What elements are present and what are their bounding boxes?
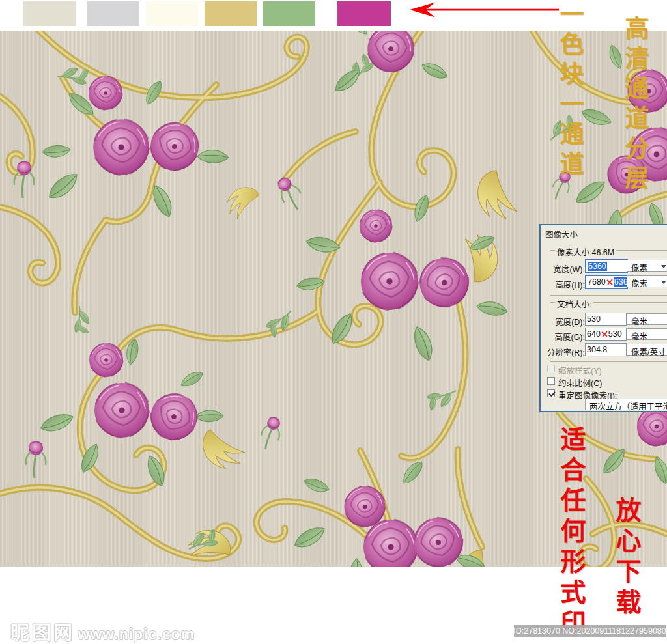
resolution-input[interactable]: 304.8 [585, 343, 627, 356]
image-id-badge: ID:27813070 NO:20200911181227959080 [514, 625, 666, 637]
doc-width-value: 530 [587, 315, 601, 324]
doc-width-input[interactable]: 530 [585, 313, 627, 326]
resolution-value: 304.8 [587, 345, 607, 354]
site-url: www.nipic.com [78, 626, 195, 643]
constrain-proportions-label: 约束比例(C) [558, 376, 602, 389]
resample-method-value: 两次立方（适用于平滑渐变 [589, 402, 667, 412]
strikethrough-x-icon [601, 331, 608, 337]
checkmark-icon [548, 390, 555, 397]
pixel-height-label: 高度(H): [548, 278, 585, 290]
chevron-down-icon [661, 265, 666, 268]
document-size-group-label: 文档大小: [555, 298, 593, 310]
resample-image-checkbox[interactable] [547, 389, 555, 397]
doc-height-unit: 毫米 [631, 332, 647, 341]
pixel-width-label: 宽度(W): [548, 262, 585, 275]
scale-styles-label: 缩放样式(Y) [558, 364, 602, 376]
doc-width-unit: 毫米 [631, 317, 647, 326]
resolution-unit: 像素/英寸 [631, 348, 666, 357]
doc-height-input[interactable]: 640 530 [585, 328, 627, 341]
pixel-width-input[interactable]: 6360 [585, 259, 628, 273]
nipic-watermark-logo: 昵图网 www.nipic.com [10, 617, 195, 644]
resolution-label: 分辨率(R): [543, 346, 585, 358]
pixel-height-input[interactable]: 7680 6360 [585, 275, 628, 289]
constrain-proportions-checkbox[interactable] [547, 377, 555, 385]
doc-width-label: 宽度(D): [548, 315, 585, 328]
annotation-red-column-1: 适合任何形式印 [558, 426, 584, 641]
pixel-width-unit: 像素 [631, 264, 647, 273]
resolution-unit-dropdown[interactable]: 像素/英寸 [627, 344, 667, 356]
doc-height-old-value: 640 [587, 329, 601, 339]
dialog-title[interactable]: 图像大小 [545, 228, 578, 240]
doc-height-label: 高度(G): [548, 330, 585, 343]
doc-height-unit-dropdown[interactable]: 毫米 [627, 328, 667, 340]
annotation-gold-column-2: 高清通道分层 [623, 16, 647, 204]
site-name: 昵图网 [10, 622, 75, 644]
doc-height-value: 530 [608, 329, 622, 339]
pixel-height-unit-dropdown[interactable]: 像素 [627, 275, 667, 287]
pixel-width-value: 6360 [588, 262, 607, 271]
annotation-red-column-2: 放心下载 [614, 497, 639, 621]
resample-method-dropdown[interactable]: 两次立方（适用于平滑渐变 [585, 399, 667, 410]
scale-styles-checkbox[interactable] [547, 365, 555, 372]
strikethrough-x-icon [606, 279, 613, 285]
pixel-height-old-value: 7680 [588, 277, 606, 287]
pixel-width-unit-dropdown[interactable]: 像素 [627, 260, 667, 272]
chevron-down-icon [661, 281, 666, 284]
annotation-gold-column-1: 一色块一通道 [558, 1, 582, 184]
pixel-height-unit: 像素 [631, 279, 647, 288]
image-size-dialog: 图像大小 像素大小:46.6M 宽度(W): 6360 像素 高度(H): 76… [539, 224, 667, 412]
doc-width-unit-dropdown[interactable]: 毫米 [627, 313, 667, 325]
pixel-size-group-label: 像素大小:46.6M [555, 245, 616, 258]
